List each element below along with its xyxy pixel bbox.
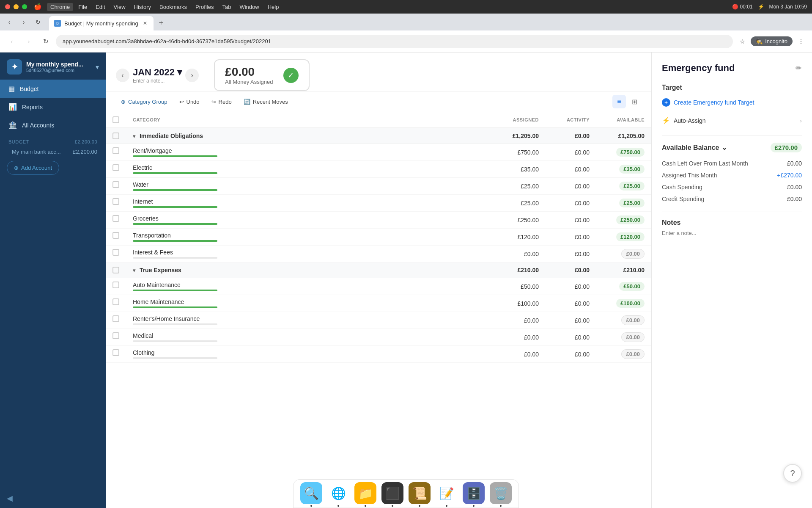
available-balance-header[interactable]: Available Balance ⌄ £270.00	[662, 143, 802, 152]
help-button[interactable]: ?	[783, 464, 802, 483]
sidebar-collapse-button[interactable]: ◀	[0, 489, 106, 508]
group-row[interactable]: ▾ Immediate Obligations £1,205.00 £0.00 …	[106, 128, 651, 144]
more-options-button[interactable]: ⋮	[795, 36, 807, 47]
maximize-button[interactable]	[22, 4, 27, 9]
recent-moves-label: Recent Moves	[253, 99, 288, 105]
tab-menu[interactable]: Tab	[219, 3, 234, 11]
row-checkbox[interactable]	[112, 215, 119, 222]
file-menu[interactable]: File	[75, 3, 91, 11]
profiles-menu[interactable]: Profiles	[192, 3, 217, 11]
dock-item-archive[interactable]: 🗄️	[463, 482, 485, 507]
budget-row[interactable]: Home Maintenance £100.00 £0.00 £100.00	[106, 295, 651, 312]
budget-row[interactable]: Clothing £0.00 £0.00 £0.00	[106, 346, 651, 363]
activity-header: ACTIVITY	[546, 112, 596, 128]
month-display[interactable]: JAN 2022 ▾ Enter a note...	[133, 67, 182, 84]
dock-item-notes[interactable]: 📝	[436, 482, 458, 507]
star-icon[interactable]: ☆	[736, 36, 748, 47]
add-icon: ⊕	[14, 165, 19, 171]
nav-back-button[interactable]: ‹	[5, 35, 19, 48]
budget-row[interactable]: Rent/Mortgage £750.00 £0.00 £750.00	[106, 144, 651, 161]
view-menu[interactable]: View	[110, 3, 129, 11]
budget-row[interactable]: Auto Maintenance £50.00 £0.00 £50.00	[106, 278, 651, 295]
row-checkbox[interactable]	[112, 315, 119, 322]
help-menu[interactable]: Help	[264, 3, 283, 11]
dock-item-chrome[interactable]: 🌐	[327, 482, 349, 507]
group-row[interactable]: ▾ True Expenses £210.00 £0.00 £210.00	[106, 262, 651, 278]
incognito-button[interactable]: 🕵 Incognito	[751, 36, 793, 46]
budget-row[interactable]: Groceries £250.00 £0.00 £250.00	[106, 212, 651, 229]
address-input[interactable]	[56, 35, 733, 48]
recent-moves-button[interactable]: 🔄 Recent Moves	[239, 96, 293, 108]
add-account-button[interactable]: ⊕ Add Account	[7, 161, 59, 175]
grid-view-button[interactable]: ⊞	[628, 95, 641, 108]
available-badge: £250.00	[616, 215, 645, 224]
category-name: Internet	[133, 198, 475, 205]
row-checkbox[interactable]	[112, 349, 119, 356]
dock-item-script[interactable]: 📜	[409, 482, 431, 507]
edit-panel-button[interactable]: ✏	[796, 64, 802, 73]
chrome-menu[interactable]: Chrome	[47, 3, 73, 11]
budget-row[interactable]: Water £25.00 £0.00 £25.00	[106, 178, 651, 195]
next-month-button[interactable]: ›	[185, 69, 199, 82]
forward-button[interactable]: ›	[18, 16, 30, 28]
dock-item-finder[interactable]: 🔍	[300, 482, 322, 507]
bookmarks-menu[interactable]: Bookmarks	[156, 3, 190, 11]
edit-menu[interactable]: Edit	[92, 3, 108, 11]
clock-display: Mon 3 Jan 10:59	[769, 4, 807, 10]
balance-row-value: +£270.00	[777, 172, 802, 179]
tab-close-button[interactable]: ✕	[142, 20, 148, 27]
redo-button[interactable]: ↪ Redo	[206, 96, 237, 108]
new-tab-button[interactable]: +	[155, 17, 167, 29]
nav-reload-button[interactable]: ↻	[39, 35, 52, 48]
minimize-button[interactable]	[14, 4, 19, 9]
prev-month-button[interactable]: ‹	[116, 69, 129, 82]
sidebar-item-reports[interactable]: 📊 Reports	[0, 98, 106, 116]
row-checkbox[interactable]	[112, 282, 119, 288]
budget-row[interactable]: Transportation £120.00 £0.00 £120.00	[106, 229, 651, 246]
undo-button[interactable]: ↩ Undo	[174, 96, 205, 108]
row-checkbox[interactable]	[112, 298, 119, 305]
budget-row[interactable]: Interest & Fees £0.00 £0.00 £0.00	[106, 246, 651, 262]
active-tab[interactable]: B Budget | My monthly spending ✕	[49, 16, 154, 30]
row-checkbox[interactable]	[112, 164, 119, 171]
history-menu[interactable]: History	[131, 3, 154, 11]
close-button[interactable]	[5, 4, 10, 9]
row-checkbox[interactable]	[112, 181, 119, 188]
group-checkbox[interactable]	[112, 267, 119, 273]
row-checkbox[interactable]	[112, 249, 119, 256]
group-checkbox[interactable]	[112, 133, 119, 139]
add-category-group-button[interactable]: ⊕ Category Group	[116, 96, 173, 108]
back-button[interactable]: ‹	[3, 16, 15, 28]
select-all-checkbox[interactable]	[112, 116, 119, 123]
reload-button[interactable]: ↻	[32, 16, 44, 28]
row-checkbox[interactable]	[112, 147, 119, 154]
apple-menu[interactable]: 🍎	[34, 3, 42, 11]
sidebar-item-budget[interactable]: ▦ Budget	[0, 80, 106, 98]
sidebar-item-all-accounts[interactable]: 🏦 All Accounts	[0, 116, 106, 134]
row-checkbox[interactable]	[112, 332, 119, 339]
dock-dot	[419, 505, 420, 507]
budget-row[interactable]: Renter's/Home Insurance £0.00 £0.00 £0.0…	[106, 312, 651, 329]
window-menu[interactable]: Window	[236, 3, 262, 11]
group-assigned: £210.00	[482, 262, 546, 278]
category-name: Rent/Mortgage	[133, 147, 475, 154]
budget-row[interactable]: Electric £35.00 £0.00 £35.00	[106, 161, 651, 178]
dock-item-terminal[interactable]: ⬛	[381, 482, 403, 507]
dock-dot	[392, 505, 393, 507]
notes-input[interactable]	[662, 230, 802, 249]
bank-account-item[interactable]: My main bank acc... £2,200.00	[0, 146, 106, 157]
list-view-button[interactable]: ≡	[612, 95, 626, 108]
dock-item-trash[interactable]: 🗑️	[490, 482, 512, 507]
create-target-button[interactable]: + Create Emergency fund Target	[662, 97, 802, 108]
dock-item-folder[interactable]: 📁	[354, 482, 376, 507]
undo-icon: ↩	[179, 99, 184, 105]
nav-forward-button[interactable]: ›	[22, 35, 36, 48]
row-checkbox[interactable]	[112, 198, 119, 205]
plus-circle-icon: +	[662, 98, 670, 107]
dock-icon-archive: 🗄️	[463, 482, 485, 504]
sidebar-brand-header[interactable]: ✦ My monthly spend... 5d485270@uifeed.co…	[0, 52, 106, 80]
budget-row[interactable]: Medical £0.00 £0.00 £0.00	[106, 329, 651, 346]
auto-assign-row[interactable]: ⚡ Auto-Assign ›	[662, 112, 802, 129]
row-checkbox[interactable]	[112, 232, 119, 239]
budget-row[interactable]: Internet £25.00 £0.00 £25.00	[106, 195, 651, 212]
